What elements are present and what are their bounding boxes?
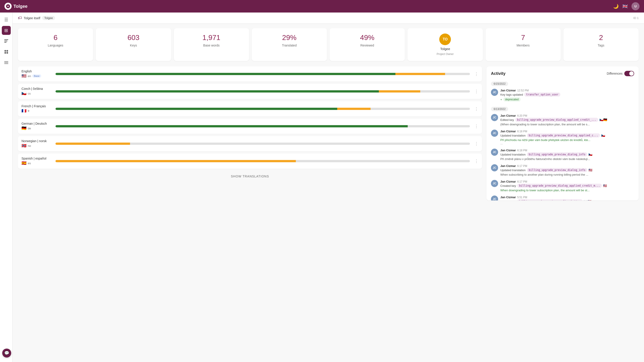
lang-menu-en[interactable]: ⋮ xyxy=(474,71,478,76)
lang-name-fr: French | Français xyxy=(22,104,53,108)
lang-menu-es[interactable]: ⋮ xyxy=(474,159,478,164)
activity-avatar-3: JC xyxy=(491,130,498,137)
lang-info-es: Spanish | español 🇪🇸 es xyxy=(22,157,53,166)
lang-code-es: es xyxy=(28,162,31,165)
stat-label-members: Members xyxy=(516,44,530,47)
flag-en: 🇺🇸 xyxy=(22,73,26,78)
language-icon[interactable]: 🇬🇧 xyxy=(622,3,628,9)
sidebar-item-translations[interactable] xyxy=(2,37,11,46)
lang-code-row-de: 🇩🇪 de xyxy=(22,126,53,131)
activity-body-4: Jan Cizmar 6:18 PM Updated translation b… xyxy=(500,149,634,161)
activity-meta-4: Jan Cizmar 6:18 PM xyxy=(500,149,634,152)
activity-key-6: billing_upgrade_preview_dialog_applied_c… xyxy=(517,184,602,188)
activity-content-4: Při změně plánu v průběhu fakturačního o… xyxy=(500,157,634,161)
stat-label-basewords: Base words xyxy=(203,44,220,47)
stat-label-translated: Translated xyxy=(282,44,297,47)
activity-user-4: Jan Cizmar xyxy=(500,149,516,152)
lang-bar-no xyxy=(56,143,470,145)
lang-menu-cs[interactable]: ⋮ xyxy=(474,89,478,94)
activity-item-5: JC Jan Cizmar 6:17 PM Updated translatio… xyxy=(491,164,634,176)
svg-rect-6 xyxy=(4,52,6,54)
svg-rect-7 xyxy=(6,52,8,54)
activity-key-1: transfer_option_user xyxy=(524,93,560,97)
lang-code-cs: cs xyxy=(28,92,31,95)
activity-time-3: 6:18 PM xyxy=(517,130,527,133)
activity-content-5: When subscribing to another plan during … xyxy=(500,173,634,176)
activity-key-2: billing_upgrade_preview_dialog_applied_c… xyxy=(515,118,598,122)
main: 🏷 Tolgee itself Tolgee ID 1 6 Languages … xyxy=(12,12,644,362)
svg-rect-2 xyxy=(4,41,8,41)
activity-key-3: billing_upgrade_preview_dialog_applied_c… xyxy=(527,133,600,137)
lang-bar-yellow-fr xyxy=(337,108,370,110)
activity-tag-chip-1: deprecated xyxy=(504,97,520,101)
stat-basewords: 1,971 Base words xyxy=(174,28,249,61)
lang-code-row-cs: 🇨🇿 cs xyxy=(22,91,53,96)
activity-time-4: 6:18 PM xyxy=(517,149,527,152)
activity-avatar-6: JC xyxy=(491,180,498,187)
activity-avatar-4: JC xyxy=(491,149,498,156)
lang-info-fr: French | Français 🇫🇷 fr xyxy=(22,104,53,113)
project-chip[interactable]: Tolgee xyxy=(42,16,55,20)
topnav: Tolgee 🌙 🇬🇧 U xyxy=(0,0,644,12)
owner-name: Tolgee xyxy=(440,47,450,51)
stat-number-basewords: 1,971 xyxy=(202,33,220,42)
differences-toggle[interactable] xyxy=(624,71,634,76)
activity-meta-5: Jan Cizmar 6:17 PM xyxy=(500,164,634,168)
lang-item-es: Spanish | español 🇪🇸 es ⋮ xyxy=(18,154,482,169)
lang-info-no: Norwegian | norsk 🇳🇴 no xyxy=(22,139,53,148)
sidebar-item-integrations[interactable] xyxy=(2,47,11,56)
activity-flags-6: 🇺🇸 xyxy=(603,184,607,187)
lang-code-row-no: 🇳🇴 no xyxy=(22,143,53,148)
svg-rect-8 xyxy=(4,62,8,63)
flag-de: 🇩🇪 xyxy=(22,126,26,131)
date-badge-1: 6/15/2022 xyxy=(491,82,508,86)
activity-key-7: billing_upgrade_preview_confirm_button xyxy=(517,199,582,200)
lang-code-de: de xyxy=(28,127,31,130)
stat-members: 7 Members xyxy=(486,28,561,61)
activity-action-2: Edited key xyxy=(500,118,514,122)
activity-action-5: Updated translation xyxy=(500,169,526,172)
lang-bar-yellow-en xyxy=(396,73,445,75)
activity-item-3: JC Jan Cizmar 6:18 PM Updated translatio… xyxy=(491,130,634,145)
activity-meta-3: Jan Cizmar 6:18 PM xyxy=(500,130,634,133)
stat-label-reviewed: Reviewed xyxy=(360,44,374,47)
avatar[interactable]: U xyxy=(632,2,640,10)
dark-mode-icon[interactable]: 🌙 xyxy=(613,3,619,9)
svg-rect-5 xyxy=(6,50,8,52)
lang-item-de: German | Deutsch 🇩🇪 de ⋮ xyxy=(18,119,482,134)
lang-code-en: en xyxy=(28,74,31,78)
sidebar-item-menu[interactable]: ☰ xyxy=(2,15,11,24)
stat-number-members: 7 xyxy=(521,33,525,42)
toggle-knob xyxy=(629,71,634,76)
project-icon: 🏷 xyxy=(18,16,22,20)
activity-user-5: Jan Cizmar xyxy=(500,164,516,168)
project-id: ID 1 xyxy=(633,16,639,20)
lang-code-row-fr: 🇫🇷 fr xyxy=(22,108,53,113)
content: 6 Languages 603 Keys 1,971 Base words 29… xyxy=(12,24,644,205)
lang-info-de: German | Deutsch 🇩🇪 de xyxy=(22,122,53,131)
sidebar-item-dashboard[interactable]: ⊞ xyxy=(2,26,11,35)
topnav-left: Tolgee xyxy=(4,3,28,10)
lang-item-no: Norwegian | norsk 🇳🇴 no ⋮ xyxy=(18,136,482,151)
stat-translated: 29% Translated xyxy=(252,28,327,61)
activity-body-1: Jan Cizmar 12:52 PM Key tags updated tra… xyxy=(500,89,634,101)
activity-content-6: When downgrading to lower subscription p… xyxy=(500,188,634,192)
show-translations-button[interactable]: SHOW TRANSLATIONS xyxy=(18,171,482,182)
activity-action-3: Updated translation xyxy=(500,134,526,137)
lang-menu-fr[interactable]: ⋮ xyxy=(474,106,478,111)
lang-code-row-es: 🇪🇸 es xyxy=(22,161,53,166)
activity-avatar-7: JC xyxy=(491,195,498,200)
chat-bubble[interactable]: 💬 xyxy=(2,349,11,358)
activity-user-3: Jan Cizmar xyxy=(500,130,516,133)
activity-key-4: billing_upgrade_preview_dialog_info xyxy=(527,152,587,157)
breadcrumb: 🏷 Tolgee itself Tolgee ID 1 xyxy=(12,12,644,24)
language-list: English 🇺🇸 en Base ⋮ xyxy=(18,66,482,200)
lang-menu-no[interactable]: ⋮ xyxy=(474,141,478,146)
activity-item-2: JC Jan Cizmar 6:20 PM Edited key billing… xyxy=(491,114,634,126)
sidebar-item-settings[interactable] xyxy=(2,58,11,67)
logo[interactable]: Tolgee xyxy=(4,3,28,10)
activity-meta-1: Jan Cizmar 12:52 PM xyxy=(500,89,634,92)
activity-avatar-5: JC xyxy=(491,164,498,172)
activity-avatar-2: JC xyxy=(491,114,498,121)
lang-menu-de[interactable]: ⋮ xyxy=(474,124,478,129)
